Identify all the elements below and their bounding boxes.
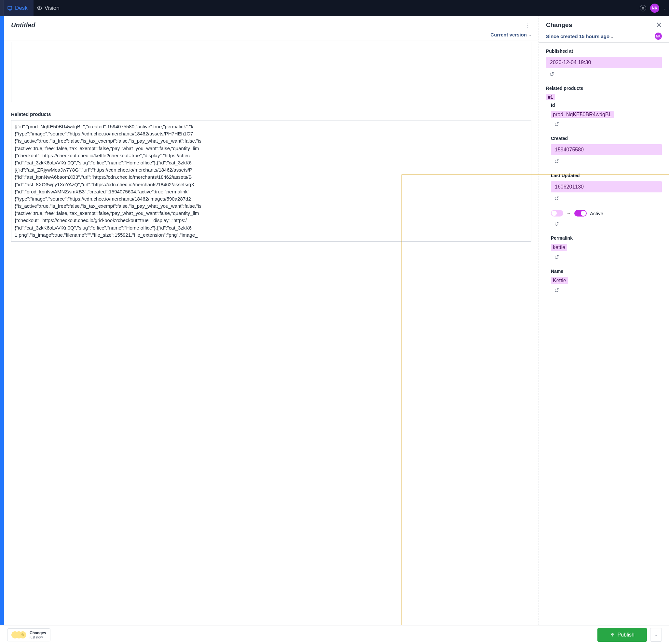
pencil-icon: ✎ (19, 631, 26, 639)
chevron-down-icon: ⌄ (529, 33, 531, 37)
diff-related-products-label: Related products (546, 86, 662, 91)
json-line: {"type":"image","source":"https://cdn.ch… (15, 130, 528, 137)
json-line: {"checkout":"https://checkout.chec.io/ke… (15, 152, 528, 159)
publish-dropdown-button[interactable]: ⌄ (650, 628, 662, 642)
diff-permalink-value: kettle (551, 244, 567, 251)
undo-icon[interactable]: ↺ (554, 158, 559, 165)
json-line: {"id":"ast_8XO3wpy1XoYAzQ","url":"https:… (15, 181, 528, 188)
undo-icon[interactable]: ↺ (554, 287, 559, 294)
diff-active-label: Active (590, 211, 603, 216)
related-products-field-label: Related products (11, 111, 531, 117)
json-line: {"id":"cat_3zkK6oLvVlXn0Q","slug":"offic… (15, 159, 528, 166)
json-line: [{"id":"prod_NqKE50BR4wdgBL","created":1… (15, 123, 528, 130)
since-selector[interactable]: Since created 15 hours ago ⌄ (546, 33, 613, 39)
editor-header: Untitled ⋮ Current version ⌄ (4, 16, 539, 40)
top-bar: Desk Vision 0 NK ⌄ (0, 0, 669, 16)
diff-last-updated-value: 1606201130 (551, 181, 662, 193)
diff-item-group: Id prod_NqKE50BR4wdgBL ↺ Created 1594075… (546, 102, 662, 300)
publish-icon (610, 632, 615, 638)
active-doc-indicator (0, 16, 4, 625)
top-bar-right: 0 NK ⌄ (640, 3, 669, 13)
diff-name-label: Name (551, 269, 662, 274)
publish-button[interactable]: Publish (597, 628, 647, 642)
tab-vision[interactable]: Vision (33, 0, 66, 16)
json-line: [{"id":"ast_ZRjywMeaJw7Y8G","url":"https… (15, 166, 528, 173)
diff-active-toggle-row: → Active (551, 210, 662, 216)
diff-id-value: prod_NqKE50BR4wdgBL (551, 111, 614, 118)
json-line: {"id":"cat_3zkK6oLvVlXn0Q","slug":"offic… (15, 224, 528, 232)
changes-body: Published at 2020-12-04 19:30 ↺ Related … (539, 42, 669, 625)
document-menu-icon[interactable]: ⋮ (523, 21, 531, 29)
diff-connector-vertical (401, 174, 402, 625)
sidebar-sliver (0, 0, 4, 16)
changes-summary-time: just now (30, 635, 46, 639)
svg-point-1 (39, 8, 40, 9)
chevron-down-icon: ⌄ (654, 632, 658, 638)
json-line: {"active":true,"free":false,"tax_exempt"… (15, 210, 528, 217)
version-selector[interactable]: Current version ⌄ (11, 29, 531, 38)
diff-created-value: 1594075580 (551, 144, 662, 155)
publish-label: Publish (617, 632, 635, 638)
undo-icon[interactable]: ↺ (549, 71, 554, 78)
chevron-down-icon: ⌄ (611, 35, 613, 39)
diff-connector-horizontal (401, 174, 669, 175)
toggle-before (551, 210, 563, 216)
document-title: Untitled (11, 22, 35, 29)
work-area: Untitled ⋮ Current version ⌄ Related pro… (0, 16, 669, 625)
json-line: {"is_active":true,"is_free":false,"is_ta… (15, 202, 528, 210)
toggle-after (574, 210, 587, 216)
notification-count[interactable]: 0 (640, 5, 646, 11)
top-bar-left: Desk Vision (0, 0, 66, 16)
version-label: Current version (490, 32, 527, 38)
diff-published-at-label: Published at (546, 48, 662, 54)
tab-desk-label: Desk (15, 5, 28, 11)
editor-pane: Untitled ⋮ Current version ⌄ Related pro… (4, 16, 539, 625)
undo-icon[interactable]: ↺ (554, 195, 559, 202)
since-label: Since created 15 hours ago (546, 33, 610, 39)
related-products-json-input[interactable]: [{"id":"prod_NqKE50BR4wdgBL","created":1… (11, 120, 531, 241)
diff-permalink-label: Permalink (551, 235, 662, 241)
json-line: {"is_active":true,"is_free":false,"is_ta… (15, 137, 528, 144)
editor-body: Related products [{"id":"prod_NqKE50BR4w… (4, 40, 539, 625)
changes-summary-button[interactable]: ✎ Changes just now (7, 628, 51, 641)
eye-icon (37, 5, 42, 11)
changes-pane: Changes ✕ Since created 15 hours ago ⌄ N… (539, 16, 669, 625)
diff-last-updated-label: Last Updated (551, 173, 662, 178)
empty-field-input[interactable] (11, 42, 531, 102)
diff-id-label: Id (551, 102, 662, 108)
close-icon[interactable]: ✕ (656, 21, 662, 29)
json-line: {"active":true,"free":false,"tax_exempt"… (15, 145, 528, 152)
diff-name-value: Kettle (551, 277, 568, 284)
changes-header: Changes ✕ Since created 15 hours ago ⌄ N… (539, 16, 669, 42)
diff-published-at-value: 2020-12-04 19:30 (546, 57, 662, 68)
desk-icon (7, 5, 12, 11)
svg-rect-0 (8, 6, 12, 10)
undo-icon[interactable]: ↺ (554, 121, 559, 128)
footer-bar: ✎ Changes just now Publish ⌄ (0, 625, 669, 644)
author-avatar[interactable]: NK (655, 32, 662, 40)
arrow-right-icon: → (567, 211, 571, 216)
tab-vision-label: Vision (45, 5, 59, 11)
tab-desk[interactable]: Desk (4, 0, 33, 16)
change-coins: ✎ (11, 631, 26, 639)
undo-icon[interactable]: ↺ (554, 254, 559, 261)
user-menu-chevron-icon[interactable]: ⌄ (663, 6, 666, 10)
diff-item-tag: #1 (546, 94, 555, 100)
undo-icon[interactable]: ↺ (554, 221, 559, 227)
json-line: {"type":"image","source":"https://cdn.ch… (15, 195, 528, 202)
json-line: {"checkout":"https://checkout.chec.io/gr… (15, 217, 528, 224)
user-avatar[interactable]: NK (650, 3, 659, 13)
diff-created-label: Created (551, 136, 662, 141)
changes-summary-label: Changes (30, 631, 46, 635)
json-line: 1.png","is_image":true,"filename":"","fi… (15, 232, 528, 239)
json-line: {"id":"prod_kpnNwAMNZwmXB3","created":15… (15, 188, 528, 195)
changes-title: Changes (546, 22, 572, 29)
